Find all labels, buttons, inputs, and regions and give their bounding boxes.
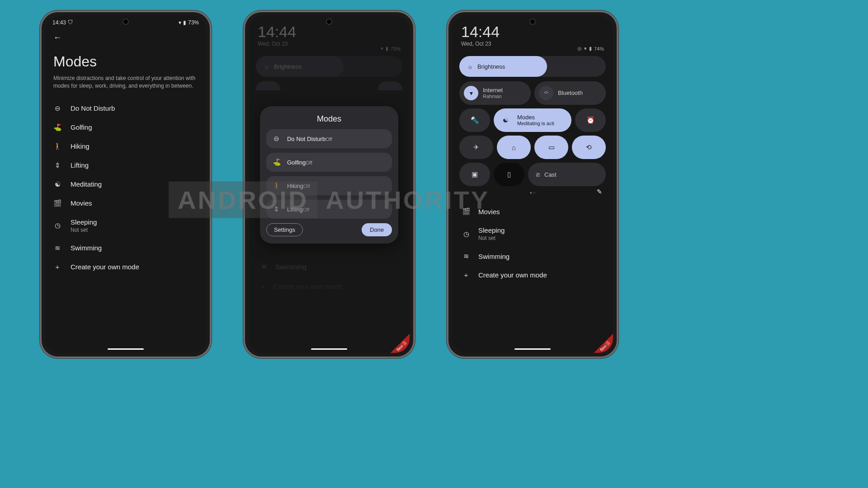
- wifi-icon: ▾: [179, 19, 181, 26]
- qs-time: 14:44: [452, 16, 509, 41]
- phone-settings-modes: 14:43 ⛉ ▾ ▮ 73% ← Modes Minimize distrac…: [40, 10, 212, 358]
- page-description: Minimize distractions and take control o…: [45, 75, 206, 99]
- location-icon: ◎: [577, 46, 582, 52]
- mode-label: Golfing: [287, 159, 306, 166]
- mode-row[interactable]: +Create your own mode: [452, 266, 613, 284]
- alarm-icon: ⏰: [586, 116, 595, 124]
- mode-row[interactable]: 🚶Hiking: [45, 137, 206, 156]
- mode-icon: ≋: [53, 244, 61, 252]
- phone-qs-modes-dialog: 14:44 Wed, Oct 23 ▾ ▮ 73% ☼ Brightness: [243, 10, 415, 358]
- wallet-icon: ▭: [548, 143, 555, 151]
- tile-rotate[interactable]: ⟲: [572, 136, 606, 159]
- brightness-slider[interactable]: ☼ Brightness: [459, 56, 606, 77]
- front-camera: [529, 19, 536, 25]
- mode-icon: 🚶: [273, 182, 281, 190]
- front-camera: [326, 19, 332, 25]
- battery-icon: ▮: [589, 46, 592, 52]
- tile-alarm[interactable]: ⏰: [575, 108, 606, 132]
- mode-icon: ◷: [462, 230, 470, 238]
- mode-icon: 🎬: [53, 199, 61, 207]
- mode-label: Sleeping: [478, 226, 505, 234]
- qs-battery: 74%: [594, 46, 604, 52]
- mode-row[interactable]: +Create your own mode: [45, 258, 206, 276]
- modes-list: ⊖Do Not Disturb⛳Golfing🚶Hiking⇕Lifting☯M…: [45, 99, 206, 276]
- mode-row[interactable]: ⛳Golfing: [45, 118, 206, 137]
- mode-icon: ⇕: [273, 205, 281, 213]
- tile-internet[interactable]: ▾ Internet Rahman: [459, 81, 531, 105]
- shield-icon: ⛉: [68, 19, 73, 26]
- tile-cast[interactable]: ⎚ Cast: [528, 163, 606, 186]
- tile-bluetooth[interactable]: ⌔ Bluetooth: [534, 81, 606, 105]
- mode-row[interactable]: ≋Swimming: [452, 247, 613, 266]
- mode-row[interactable]: 🎬Movies: [45, 194, 206, 213]
- status-battery: 73%: [188, 19, 199, 26]
- done-button[interactable]: Done: [362, 223, 392, 236]
- phone-qs-tiles: 14:44 Wed, Oct 23 ◎ ▾ ▮ 74% ☼ Brightness…: [447, 10, 618, 358]
- brightness-icon: ☼: [467, 63, 473, 70]
- flexi-corner-tag: flexi📕: [586, 326, 613, 353]
- nav-indicator[interactable]: [108, 348, 144, 350]
- flexi-corner-tag: flexi📕: [382, 326, 410, 353]
- dialog-mode-item[interactable]: ⛳GolfingOff: [266, 153, 392, 172]
- mode-icon: ☯: [53, 180, 61, 188]
- tile-qr[interactable]: ▣: [459, 163, 490, 186]
- battery-icon: ▯: [507, 170, 511, 178]
- tile-airplane[interactable]: ✈: [459, 136, 493, 159]
- mode-label: Do Not Disturb: [71, 104, 115, 112]
- mode-sub: Not set: [71, 227, 97, 233]
- mode-sub: Off: [303, 207, 309, 212]
- home-icon: ⌂: [512, 144, 516, 151]
- mode-label: Create your own mode: [478, 271, 547, 279]
- qs-status-icons: ◎ ▾ ▮ 74%: [577, 46, 604, 52]
- mode-row[interactable]: ☯Meditating: [45, 175, 206, 194]
- edit-tiles-button[interactable]: ✎: [597, 188, 602, 195]
- tile-home[interactable]: ⌂: [497, 136, 531, 159]
- tile-sub: Meditating is acti: [517, 121, 554, 127]
- mode-sub: Off: [326, 136, 332, 142]
- mode-icon: 🚶: [53, 142, 61, 150]
- settings-button[interactable]: Settings: [266, 223, 303, 236]
- mode-label: Movies: [478, 208, 500, 216]
- mode-label: Lifting: [71, 161, 89, 169]
- flashlight-icon: 🔦: [471, 116, 479, 124]
- tile-wallet[interactable]: ▭: [534, 136, 568, 159]
- mode-label: Do Not Disturb: [287, 136, 326, 142]
- mode-label: Hiking: [71, 142, 90, 150]
- mode-label: Meditating: [71, 180, 102, 188]
- mode-icon: ⛳: [273, 158, 281, 166]
- mode-row[interactable]: ⇕Lifting: [45, 156, 206, 175]
- rotate-icon: ⟲: [586, 143, 592, 151]
- mode-label: Hiking: [287, 183, 303, 189]
- airplane-icon: ✈: [473, 143, 479, 151]
- modes-dialog: Modes ⊖Do Not DisturbOff⛳GolfingOff🚶Hiki…: [260, 106, 398, 244]
- modes-icon: ☯: [498, 113, 513, 127]
- tile-flashlight[interactable]: 🔦: [459, 108, 490, 132]
- qr-icon: ▣: [472, 170, 478, 178]
- nav-indicator[interactable]: [311, 348, 347, 350]
- mode-label: Swimming: [478, 253, 509, 260]
- modes-list-below: 🎬Movies◷SleepingNot set≋Swimming+Create …: [452, 197, 613, 284]
- tile-modes[interactable]: ☯ Modes Meditating is acti: [494, 108, 571, 132]
- mode-icon: ◷: [53, 221, 61, 230]
- mode-label: Swimming: [71, 244, 102, 252]
- mode-icon: 🎬: [462, 207, 470, 216]
- tile-title: Bluetooth: [558, 89, 583, 97]
- nav-indicator[interactable]: [514, 348, 551, 350]
- mode-icon: ⇕: [53, 161, 61, 169]
- qs-pager: ● ○ ✎: [452, 190, 613, 197]
- tile-title: Modes: [517, 114, 554, 121]
- mode-row[interactable]: ≋Swimming: [45, 239, 206, 258]
- dialog-mode-item[interactable]: ⊖Do Not DisturbOff: [266, 129, 392, 148]
- mode-row[interactable]: ◷SleepingNot set: [452, 221, 613, 247]
- tile-battery-saver[interactable]: ▯: [494, 163, 524, 186]
- mode-row[interactable]: ⊖Do Not Disturb: [45, 99, 206, 118]
- dialog-mode-item[interactable]: 🚶HikingOff: [266, 176, 392, 195]
- dialog-mode-item[interactable]: ⇕LiftingOff: [266, 200, 392, 219]
- front-camera: [123, 19, 129, 25]
- mode-row[interactable]: 🎬Movies: [452, 202, 613, 221]
- mode-row[interactable]: ◷SleepingNot set: [45, 213, 206, 239]
- back-button[interactable]: ←: [45, 28, 206, 42]
- tile-title: Internet: [483, 87, 503, 94]
- mode-icon: +: [53, 263, 61, 271]
- mode-label: Lifting: [287, 206, 303, 213]
